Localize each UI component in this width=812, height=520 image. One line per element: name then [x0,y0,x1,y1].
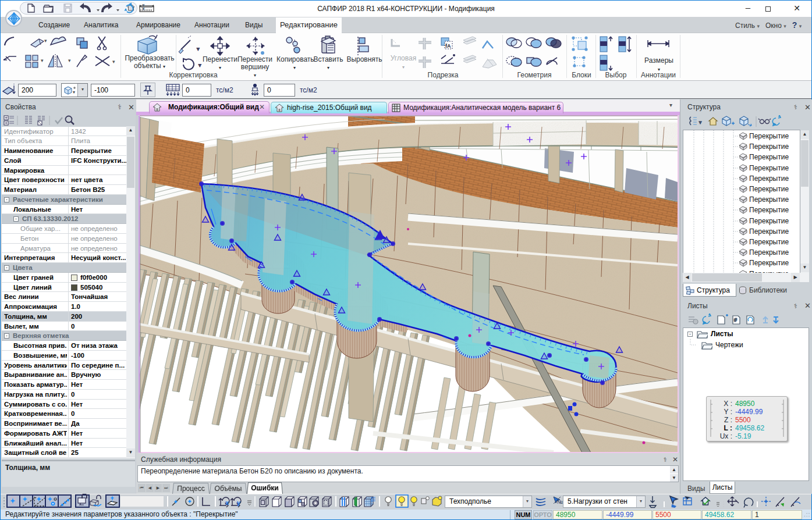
svg-text:№: № [557,499,563,505]
svg-text:▾: ▾ [112,59,115,65]
svg-text:Перекрытие: Перекрытие [749,132,789,140]
svg-text:Перекрытие: Перекрытие [749,143,789,151]
svg-text:Перекрытие: Перекрытие [749,164,789,172]
svg-text:Перекрытие: Перекрытие [749,217,789,225]
svg-text:Перекрытие: Перекрытие [749,206,789,214]
svg-text:fA: fA [445,43,451,49]
svg-text:#: # [734,317,737,323]
svg-text:▾: ▾ [41,58,44,63]
svg-text:Перекрытие: Перекрытие [749,174,789,183]
svg-text:▾: ▾ [198,62,201,68]
svg-text:Перекрытие: Перекрытие [749,259,789,267]
svg-text:Перекрытие: Перекрытие [749,238,789,246]
svg-text:Перекрытие: Перекрытие [749,195,789,204]
svg-text:▾: ▾ [699,120,701,125]
svg-text:Перекрытие: Перекрытие [749,185,789,193]
svg-text:Перекрытие: Перекрытие [749,248,789,257]
svg-text:Перекрытие: Перекрытие [749,153,789,161]
svg-text:▾: ▾ [68,58,71,63]
svg-text:▾: ▾ [197,46,200,52]
svg-text:▾: ▾ [44,38,47,44]
svg-text:x: x [225,499,229,506]
svg-text:Перекрытие: Перекрытие [749,227,789,236]
svg-text:▾: ▾ [73,90,75,95]
svg-text:y: y [237,499,241,506]
